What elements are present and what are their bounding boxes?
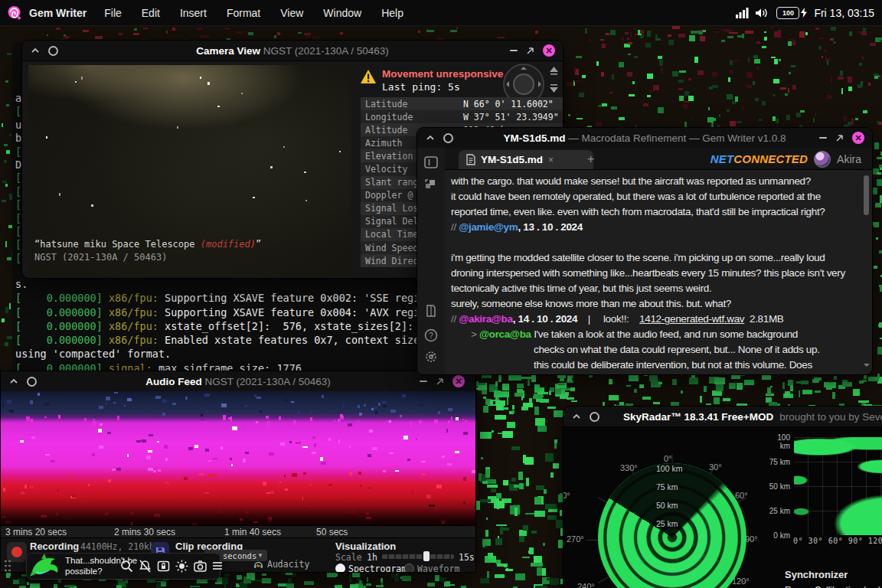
zoom-in-button[interactable] (548, 65, 560, 77)
shade-icon[interactable] (426, 136, 434, 140)
slider-thumb[interactable] (423, 551, 430, 561)
scale-slider[interactable] (382, 554, 454, 559)
spectrogram-radio[interactable] (335, 564, 345, 573)
menu-icon[interactable] (212, 560, 223, 571)
waveform-radio[interactable] (404, 564, 414, 573)
bg-pixel (789, 72, 791, 74)
drag-handle[interactable] (4, 559, 12, 573)
new-tab-button[interactable]: + (587, 152, 594, 166)
bg-pixel (786, 115, 790, 120)
bg-pixel (730, 60, 733, 66)
notification-toast[interactable]: That...shouldn't be possible? (26, 553, 220, 580)
document-content[interactable]: with the cargo. that would make sense! b… (451, 174, 861, 370)
pin-icon[interactable] (27, 377, 37, 387)
spectrogram-option[interactable]: Spectrogram (348, 564, 407, 573)
menu-view[interactable]: View (280, 7, 303, 19)
radar-titlebar[interactable]: SkyRadar™ 18.3.41 Free+MODbrought to you… (564, 407, 882, 427)
menu-file[interactable]: File (104, 7, 122, 19)
spectro-noise (357, 420, 360, 423)
screen-lock-icon[interactable] (157, 560, 170, 573)
menu-insert[interactable]: Insert (180, 7, 207, 19)
dpad-up-icon[interactable] (521, 67, 527, 70)
telemetry-value: N 66° 0' 11.6002" (463, 99, 554, 109)
audacity-app-label[interactable]: Audacity (253, 559, 309, 570)
volume-icon[interactable] (756, 8, 769, 18)
close-button[interactable]: ✕ (852, 132, 864, 144)
editor-titlebar[interactable]: YM-S1d5.md — Macrodata Refinement — Gem … (417, 128, 872, 149)
bg-pixel (723, 398, 730, 402)
scroll-down-icon[interactable] (864, 364, 870, 370)
bg-pixel (801, 381, 808, 384)
tab-close-icon[interactable]: × (548, 155, 554, 165)
restore-button[interactable] (835, 134, 844, 142)
terminal-edge-char: [ (15, 145, 21, 158)
bg-pixel (222, 577, 228, 583)
dpad-knob[interactable] (513, 74, 534, 95)
notifications-off-icon[interactable] (139, 560, 152, 573)
menu-edit[interactable]: Edit (142, 7, 160, 19)
bg-pixel (672, 26, 679, 28)
bg-pixel (576, 56, 582, 58)
search-icon[interactable] (120, 560, 133, 573)
restore-button[interactable] (436, 377, 444, 386)
spectro-noise (268, 519, 270, 522)
bg-pixel (2, 123, 3, 126)
merge-blocks-icon[interactable] (424, 177, 438, 191)
close-button[interactable]: ✕ (452, 375, 465, 387)
bg-pixel (126, 580, 128, 584)
tab-ym-s1d5[interactable]: YM-S1d5.md × (459, 150, 593, 169)
attachment-link[interactable]: 1412-generated-wtf.wav (639, 313, 744, 325)
waveform-option[interactable]: Waveform (417, 564, 459, 573)
menu-format[interactable]: Format (227, 7, 260, 19)
text-segment: @orca@ba (479, 328, 531, 340)
menu-help[interactable]: Help (381, 7, 403, 19)
spectro-noise (284, 475, 286, 478)
bg-pixel (742, 34, 744, 38)
bg-pixel (827, 95, 831, 99)
signal-icon[interactable] (736, 8, 749, 18)
brightness-icon[interactable] (175, 560, 188, 573)
bg-pixel (653, 85, 660, 90)
bg-pixel (610, 30, 616, 35)
pin-icon[interactable] (48, 46, 58, 56)
zoom-out-button[interactable] (548, 83, 560, 94)
battery-indicator[interactable]: 100 (776, 7, 807, 19)
range-calibration-label[interactable]: Range Callibration (cm) (785, 585, 881, 588)
settings-gear-icon[interactable] (424, 350, 438, 364)
bg-pixel (814, 377, 821, 381)
bg-pixel (831, 77, 832, 83)
dpad-right-icon[interactable] (538, 81, 541, 87)
help-icon[interactable]: ? (424, 328, 438, 342)
pin-icon[interactable] (590, 412, 599, 422)
shade-icon[interactable] (31, 48, 39, 53)
timeline[interactable]: 3 mins 20 secs2 mins 30 secs1 min 40 sec… (1, 525, 475, 538)
bg-pixel (625, 32, 629, 34)
bg-pixel (880, 338, 882, 339)
minimize-button[interactable] (510, 50, 518, 51)
shade-icon[interactable] (573, 414, 580, 419)
pages-icon[interactable] (424, 304, 438, 318)
bg-pixel (18, 578, 24, 584)
audio-titlebar[interactable]: Audio Feed NGST (2021-130A / 50463) ✕ (1, 371, 475, 392)
menu-window[interactable]: Window (323, 7, 361, 19)
dpad-left-icon[interactable] (506, 81, 509, 87)
minimize-button[interactable] (420, 381, 427, 382)
synchronizer-header: Synchronizer (785, 569, 881, 580)
restore-button[interactable] (526, 47, 534, 55)
star (305, 200, 307, 201)
bg-pixel (729, 32, 738, 34)
avatar[interactable] (814, 151, 831, 168)
sidebar-toggle-icon[interactable] (424, 155, 438, 169)
minimize-button[interactable] (819, 137, 827, 139)
pin-icon[interactable] (443, 133, 453, 143)
camera-icon[interactable] (194, 560, 207, 573)
spectro-noise (309, 484, 312, 485)
star (241, 93, 243, 95)
shade-icon[interactable] (10, 379, 18, 384)
scrollbar[interactable] (862, 171, 871, 371)
scrollbar-thumb[interactable] (864, 175, 869, 215)
close-button[interactable]: ✕ (543, 44, 555, 57)
spectro-noise (20, 440, 24, 443)
bg-pixel (727, 36, 733, 38)
camera-titlebar[interactable]: Camera View NGST (2021-130A / 50463) ✕ (22, 41, 563, 61)
